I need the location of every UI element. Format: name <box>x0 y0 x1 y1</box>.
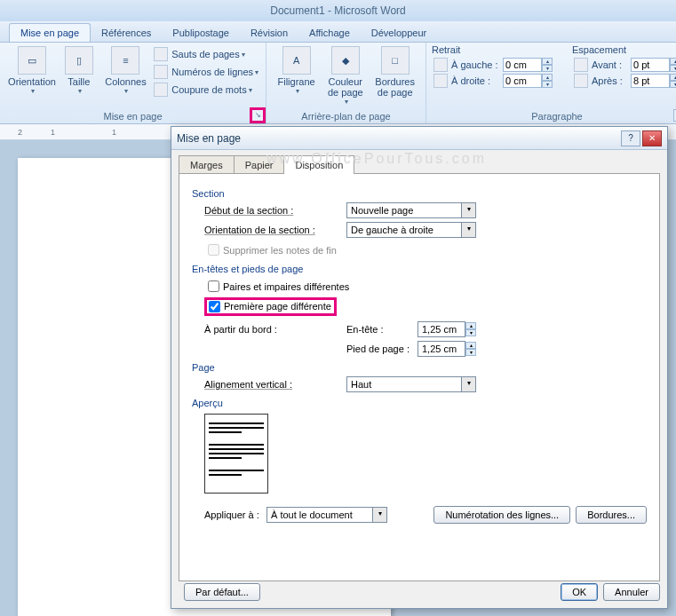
tab-disposition[interactable]: Disposition <box>283 155 354 174</box>
chevron-down-icon[interactable]: ▾ <box>462 376 476 392</box>
chevron-down-icon[interactable]: ▾ <box>462 202 476 218</box>
ribbon-tab-mise-en-page[interactable]: Mise en page <box>9 23 91 42</box>
sauts-button[interactable]: Sauts de pages▾ <box>152 46 260 62</box>
breaks-icon <box>154 47 168 61</box>
indent-left-spinner[interactable]: ▴▾ <box>503 58 553 72</box>
section-start-combo[interactable]: ▾ <box>346 202 476 218</box>
section-start-label: Début de la section : <box>204 205 346 216</box>
spacing-before-icon <box>574 58 588 72</box>
bordures-page-button[interactable]: □Bordures de page <box>370 44 420 99</box>
section-header: Section <box>192 188 647 199</box>
ribbon-tab-developpeur[interactable]: Développeur <box>361 24 437 42</box>
group-mise-en-page: ▭Orientation▾ ▯Taille▾ ≡Colonnes▾ Sauts … <box>0 43 266 123</box>
tab-papier[interactable]: Papier <box>234 155 285 174</box>
page-color-icon: ◆ <box>331 46 360 75</box>
section-orientation-label: Orientation de la section : <box>204 225 346 235</box>
orientation-button[interactable]: ▭Orientation▾ <box>5 44 59 97</box>
spacing-after-icon <box>574 74 588 88</box>
retrait-header: Retrait <box>432 44 554 55</box>
odd-even-checkbox[interactable]: Paires et impaires différentes <box>204 278 647 295</box>
apply-to-label: Appliquer à : <box>204 509 266 520</box>
dialog-tabs: Marges Papier Disposition <box>171 150 667 174</box>
header-distance-spinner[interactable]: ▴▾ <box>418 321 476 337</box>
group-label: Paragraphe <box>426 109 676 123</box>
section-orientation-combo[interactable]: ▾ <box>346 222 476 238</box>
close-button[interactable]: ✕ <box>642 130 662 146</box>
hyphenation-icon <box>154 83 168 97</box>
app-title: Document1 - Microsoft Word <box>270 4 406 17</box>
watermark-icon: A <box>282 46 311 75</box>
ribbon-tab-affichage[interactable]: Affichage <box>298 24 361 42</box>
group-arriere-plan: AFiligrane▾ ◆Couleur de page▾ □Bordures … <box>266 43 426 123</box>
page-borders-icon: □ <box>381 46 410 75</box>
help-button[interactable]: ? <box>621 130 640 146</box>
columns-icon: ≡ <box>111 46 139 75</box>
footer-distance-spinner[interactable]: ▴▾ <box>418 341 476 357</box>
line-numbers-icon <box>154 65 168 79</box>
app-titlebar: Document1 - Microsoft Word <box>0 0 676 21</box>
taille-button[interactable]: ▯Taille▾ <box>59 44 99 97</box>
ribbon-tabs: Mise en page Références Publipostage Rév… <box>0 21 676 43</box>
spacing-after-spinner[interactable]: ▴▾ <box>631 74 676 88</box>
cancel-button[interactable]: Annuler <box>603 583 660 601</box>
first-page-different-highlight: Première page différente <box>204 297 337 316</box>
group-label: Mise en page <box>0 109 266 123</box>
vertical-align-combo[interactable]: ▾ <box>346 376 476 392</box>
vertical-align-label: Alignement vertical : <box>204 379 346 390</box>
dialog-footer: Par défaut... OK Annuler <box>179 583 660 601</box>
espacement-header: Espacement <box>572 44 676 55</box>
from-edge-label: À partir du bord : <box>204 324 346 335</box>
indent-right-spinner[interactable]: ▴▾ <box>503 74 553 88</box>
orientation-icon: ▭ <box>18 46 46 75</box>
suppress-endnotes-checkbox: Supprimer les notes de fin <box>204 241 647 258</box>
indent-left-row: À gauche :▴▾ <box>432 57 554 73</box>
page-preview-icon <box>204 414 268 494</box>
ribbon-tab-publipostage[interactable]: Publipostage <box>162 24 240 42</box>
apply-to-combo[interactable]: ▾ <box>266 507 387 523</box>
line-numbering-button[interactable]: Numérotation des lignes... <box>433 506 570 524</box>
indent-left-icon <box>433 58 448 72</box>
ribbon-tab-references[interactable]: Références <box>91 24 162 42</box>
ribbon-tab-revision[interactable]: Révision <box>240 24 298 42</box>
first-page-checkbox[interactable] <box>209 301 220 312</box>
group-label: Arrière-plan de page <box>266 109 425 123</box>
colonnes-button[interactable]: ≡Colonnes▾ <box>99 44 153 97</box>
chevron-down-icon[interactable]: ▾ <box>462 222 476 238</box>
size-icon: ▯ <box>65 46 93 75</box>
filigrane-button[interactable]: AFiligrane▾ <box>272 44 321 97</box>
footer-label: Pied de page : <box>346 344 418 354</box>
dialog-body: Section Début de la section : ▾ Orientat… <box>179 173 660 581</box>
page-header: Page <box>192 362 647 373</box>
ok-button[interactable]: OK <box>561 583 598 601</box>
indent-right-icon <box>433 74 448 88</box>
spacing-before-row: Avant :▴▾ <box>572 57 676 73</box>
dialog-titlebar[interactable]: Mise en page ? ✕ <box>171 127 667 150</box>
ribbon: ▭Orientation▾ ▯Taille▾ ≡Colonnes▾ Sauts … <box>0 43 676 124</box>
spacing-after-row: Après :▴▾ <box>572 73 676 89</box>
coupure-button[interactable]: Coupure de mots▾ <box>152 82 260 98</box>
numeros-button[interactable]: Numéros de lignes▾ <box>152 64 260 80</box>
preview-header: Aperçu <box>192 398 647 408</box>
indent-right-row: À droite :▴▾ <box>432 73 554 89</box>
page-setup-dialog: Mise en page ? ✕ Marges Papier Dispositi… <box>171 126 668 609</box>
header-label: En-tête : <box>346 324 418 335</box>
couleur-page-button[interactable]: ◆Couleur de page▾ <box>321 44 370 107</box>
mise-en-page-launcher[interactable]: ↘ <box>251 109 264 122</box>
dialog-title: Mise en page <box>177 132 241 145</box>
headers-footers-header: En-têtes et pieds de page <box>192 264 647 274</box>
tab-marges[interactable]: Marges <box>179 155 235 174</box>
chevron-down-icon[interactable]: ▾ <box>373 507 387 523</box>
default-button[interactable]: Par défaut... <box>184 583 260 601</box>
first-page-label: Première page différente <box>224 301 331 312</box>
borders-button[interactable]: Bordures... <box>576 506 647 524</box>
group-paragraphe: Retrait À gauche :▴▾ À droite :▴▾ Espace… <box>426 43 676 123</box>
spacing-before-spinner[interactable]: ▴▾ <box>631 58 676 72</box>
